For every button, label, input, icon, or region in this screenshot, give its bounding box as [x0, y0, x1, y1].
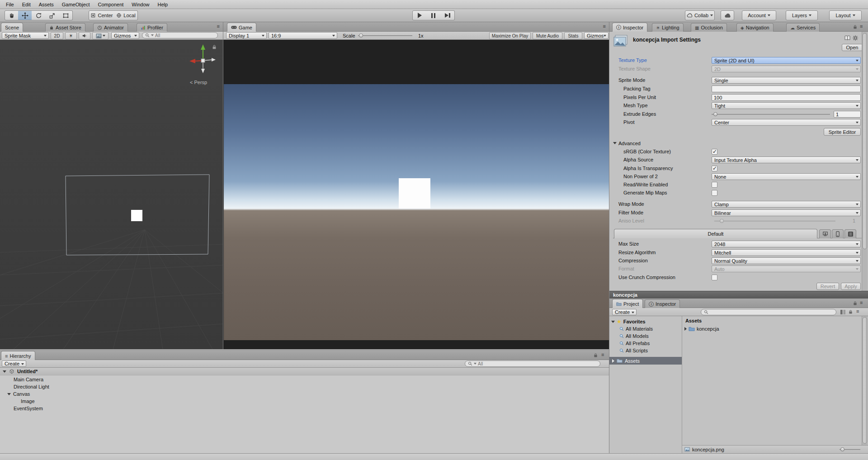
menu-window[interactable]: Window	[127, 0, 153, 9]
favorites-foldout[interactable]: ★ Favorites	[609, 318, 682, 325]
hierarchy-item-main-camera[interactable]: Main Camera	[0, 376, 609, 383]
non-power-of-2-dropdown[interactable]: None	[712, 173, 861, 180]
menu-file[interactable]: File	[2, 0, 18, 9]
canvas-foldout-icon[interactable]	[7, 393, 11, 395]
scene-sprite-object[interactable]	[131, 210, 142, 221]
pixels-per-unit-field[interactable]: 100	[712, 94, 861, 101]
scene-gizmos-dropdown[interactable]: Gizmos	[111, 32, 139, 39]
revert-button[interactable]: Revert	[816, 283, 839, 290]
tab-inspector[interactable]: Inspector	[612, 23, 647, 32]
account-dropdown[interactable]: Account	[742, 10, 776, 20]
scene-pane-menu-icon[interactable]: ≡	[217, 24, 220, 29]
maximize-on-play-toggle[interactable]: Maximize On Play	[489, 32, 531, 39]
inspector-scrollbar-thumb[interactable]	[863, 33, 867, 249]
pivot-dropdown[interactable]: Center	[712, 119, 861, 126]
game-display-dropdown[interactable]: Display 1	[226, 32, 267, 39]
tab-project[interactable]: Project	[612, 299, 643, 308]
collab-button[interactable]: Collab	[685, 10, 715, 20]
menu-gameobject[interactable]: GameObject	[58, 0, 94, 9]
apply-button[interactable]: Apply	[841, 283, 861, 290]
inspector-scrollbar[interactable]	[862, 32, 868, 291]
tab-navigation[interactable]: ◈ Navigation	[736, 23, 774, 32]
item-foldout-icon[interactable]	[684, 327, 687, 331]
tab-animator[interactable]: Animator	[93, 23, 128, 32]
texture-type-dropdown[interactable]: Sprite (2D and UI)	[712, 57, 861, 64]
hierarchy-pane-menu-icon[interactable]: ≡	[601, 352, 604, 357]
hierarchy-item-directional-light[interactable]: Directional Light	[0, 383, 609, 390]
scene-drawmode-dropdown[interactable]: Sprite Mask	[2, 32, 49, 39]
gear-icon[interactable]	[853, 35, 858, 41]
tab-scene[interactable]: Scene	[1, 23, 23, 32]
tab-game[interactable]: Game	[227, 23, 256, 32]
hierarchy-lock-icon[interactable]	[593, 353, 598, 358]
project-item-koncepcja[interactable]: koncepcja	[683, 325, 862, 332]
scale-tool-button[interactable]	[45, 10, 59, 20]
game-viewport[interactable]	[223, 40, 609, 349]
tab-hierarchy[interactable]: ≡ Hierarchy	[1, 351, 35, 360]
mesh-type-dropdown[interactable]: Tight	[712, 102, 861, 109]
scene-search-input[interactable]: All	[142, 32, 218, 38]
menu-assets[interactable]: Assets	[35, 0, 58, 9]
packing-tag-field[interactable]	[712, 85, 861, 92]
game-aspect-dropdown[interactable]: 16:9	[269, 32, 337, 39]
favorites-all-models[interactable]: All Models	[609, 332, 682, 340]
tab-lighting[interactable]: ☀ Lighting	[652, 23, 684, 32]
game-gizmos-dropdown[interactable]: Gizmos	[584, 32, 609, 39]
platform-tab-standalone[interactable]	[819, 229, 831, 238]
project-toolbar-menu-icon[interactable]: ≡	[856, 308, 859, 314]
project-search-input[interactable]	[701, 309, 836, 315]
game-scale-slider-thumb[interactable]	[359, 33, 363, 38]
project-create-dropdown[interactable]: Create	[612, 309, 637, 315]
hierarchy-search-input[interactable]: All	[465, 360, 600, 367]
rect-tool-button[interactable]	[59, 10, 73, 20]
tab-asset-store[interactable]: Asset Store	[45, 23, 85, 32]
platform-tab-other[interactable]	[844, 229, 856, 238]
advanced-foldout-row[interactable]: Advanced	[609, 140, 862, 147]
step-button[interactable]	[440, 10, 455, 20]
favorites-foldout-icon[interactable]	[611, 321, 615, 323]
rotate-tool-button[interactable]	[32, 10, 46, 20]
asset-preview-bar[interactable]: koncepcja	[609, 291, 868, 299]
favorites-all-prefabs[interactable]: All Prefabs	[609, 340, 682, 347]
two-column-layout-icon[interactable]	[840, 309, 846, 315]
project-filter-lock-icon[interactable]	[848, 309, 853, 314]
tab-services[interactable]: ☁ Services	[786, 23, 820, 32]
project-pane-menu-icon[interactable]: ≡	[860, 300, 863, 305]
favorites-all-scripts[interactable]: All Scripts	[609, 347, 682, 354]
assets-tree-row[interactable]: Assets	[609, 357, 682, 365]
read-write-checkbox[interactable]	[712, 182, 717, 188]
help-icon[interactable]	[844, 35, 850, 41]
sprite-mode-dropdown[interactable]: Single	[712, 77, 861, 84]
scene-foldout-icon[interactable]	[3, 370, 6, 373]
scene-viewport[interactable]: < Persp	[0, 40, 223, 349]
layers-dropdown[interactable]: Layers	[786, 10, 818, 20]
thumbnail-zoom-slider[interactable]	[840, 446, 862, 453]
wrap-mode-dropdown[interactable]: Clamp	[712, 201, 861, 208]
layout-dropdown[interactable]: Layout	[829, 10, 862, 20]
scene-effects-dropdown[interactable]	[92, 32, 108, 39]
menu-help[interactable]: Help	[153, 0, 172, 9]
max-size-dropdown[interactable]: 2048	[712, 241, 861, 247]
move-tool-button[interactable]	[18, 10, 32, 20]
platform-tab-mobile[interactable]	[832, 229, 844, 238]
inspector-pane-menu-icon[interactable]: ≡	[860, 24, 863, 29]
filter-mode-dropdown[interactable]: Bilinear	[712, 209, 861, 216]
menu-component[interactable]: Component	[94, 0, 127, 9]
scene-projection-label[interactable]: < Persp	[190, 80, 207, 85]
menu-edit[interactable]: Edit	[18, 0, 35, 9]
hierarchy-item-eventsystem[interactable]: EventSystem	[0, 405, 609, 412]
project-lock-icon[interactable]	[853, 301, 858, 306]
project-scrollbar[interactable]	[862, 316, 868, 445]
hand-tool-button[interactable]	[5, 10, 19, 20]
srgb-checkbox[interactable]	[712, 149, 717, 155]
tab-profiler[interactable]: Profiler	[137, 23, 167, 32]
scene-2d-toggle[interactable]: 2D	[51, 32, 63, 39]
extrude-edges-slider-thumb[interactable]	[713, 112, 717, 116]
mute-audio-toggle[interactable]: Mute Audio	[533, 32, 562, 39]
hierarchy-scene-row[interactable]: Untitled*	[0, 368, 609, 375]
pivot-toggle-button[interactable]: Center	[89, 10, 115, 20]
inspector-lock-icon[interactable]	[853, 24, 858, 29]
extrude-edges-field[interactable]: 1	[834, 111, 861, 118]
advanced-foldout-icon[interactable]	[613, 142, 617, 144]
hierarchy-item-canvas[interactable]: Canvas	[0, 390, 609, 398]
